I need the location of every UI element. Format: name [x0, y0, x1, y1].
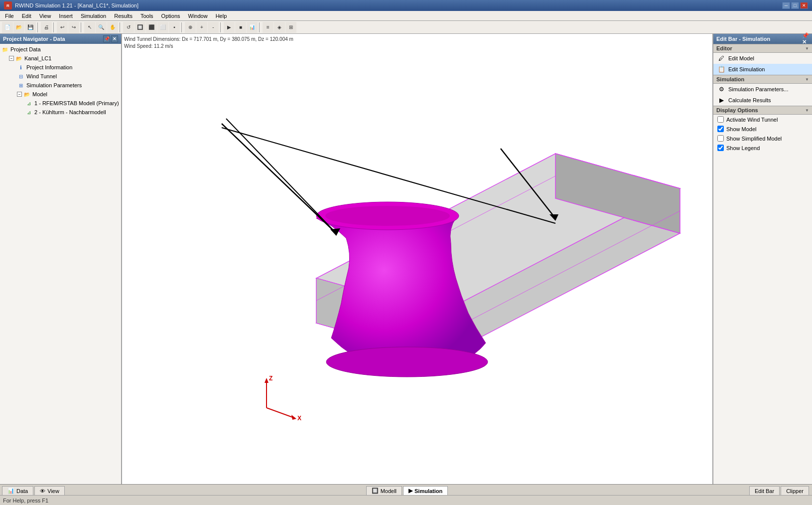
toolbar-render[interactable]: ▶: [224, 22, 235, 33]
expand-model[interactable]: −: [17, 92, 22, 97]
maximize-button[interactable]: □: [791, 2, 799, 9]
toolbar-viewfront[interactable]: ⬜: [157, 22, 168, 33]
menu-file[interactable]: File: [1, 12, 18, 20]
editbar-pin[interactable]: 📌: [802, 32, 809, 39]
info-line2: Wind Speed: 11.2 m/s: [124, 43, 293, 50]
tree-label: Model: [32, 91, 47, 97]
tree-model1[interactable]: ⊿ 1 - RFEM/RSTAB Modell (Primary): [1, 99, 120, 108]
menu-results[interactable]: Results: [110, 12, 136, 20]
section-arrow2: ▼: [805, 77, 809, 82]
app-icon: R: [4, 1, 12, 9]
editbar-header: Edit Bar - Simulation 📌 ✕: [713, 34, 812, 44]
tab-data-label: Data: [16, 488, 28, 494]
project-navigator: Project Navigator - Data 📌 ✕ 📁 Project D…: [0, 34, 122, 484]
checkbox-legend[interactable]: Show Legend: [713, 143, 812, 153]
toolbar-sep5: [181, 22, 183, 32]
toolbar-redo[interactable]: ↪: [68, 22, 79, 33]
sim-params-item[interactable]: ⚙ Simulation Parameters...: [713, 84, 812, 95]
menu-window[interactable]: Window: [184, 12, 212, 20]
tab-clipper[interactable]: Clipper: [781, 486, 809, 495]
svg-text:Z: Z: [269, 375, 272, 382]
window-controls: ─ □ ✕: [782, 2, 808, 9]
toolbar-open[interactable]: 📂: [13, 22, 24, 33]
tab-data[interactable]: 📊 Data: [2, 486, 33, 495]
toolbar-extra3[interactable]: ⊞: [285, 22, 296, 33]
toolbar-print[interactable]: 🖨: [41, 22, 52, 33]
calc-icon: ▶: [717, 96, 725, 104]
calc-results-item[interactable]: ▶ Calculate Results: [713, 95, 812, 106]
menu-simulation[interactable]: Simulation: [77, 12, 110, 20]
checkbox-show-model-input[interactable]: [717, 126, 724, 132]
checkbox-simplified-input[interactable]: [717, 135, 724, 142]
sim-params-label: Simulation Parameters...: [728, 86, 788, 92]
edit-sim-label: Edit Simulation: [728, 66, 765, 72]
toolbar-viewtop[interactable]: ⬛: [146, 22, 157, 33]
section-arrow: ▼: [805, 46, 809, 51]
tab-view[interactable]: 👁 View: [34, 486, 65, 495]
toolbar-zoomfit[interactable]: ⊕: [185, 22, 196, 33]
checkbox-show-model-label: Show Model: [726, 126, 757, 132]
tab-edit-bar[interactable]: Edit Bar: [749, 486, 780, 495]
toolbar-sep6: [220, 22, 222, 32]
toolbar-view3d[interactable]: 🔲: [135, 22, 145, 33]
toolbar-zoomout[interactable]: -: [208, 22, 219, 33]
edit-model-item[interactable]: 🖊 Edit Model: [713, 53, 812, 64]
tab-simulation-label: Simulation: [414, 488, 442, 494]
tree-label: Simulation Parameters: [26, 82, 82, 88]
nav-close[interactable]: ✕: [111, 35, 118, 42]
tab-simulation[interactable]: ▶ Simulation: [403, 486, 448, 495]
checkbox-legend-input[interactable]: [717, 145, 724, 151]
menu-options[interactable]: Options: [157, 12, 184, 20]
right-tabs: Edit Bar Clipper: [747, 485, 812, 495]
toolbar-extra2[interactable]: ◈: [274, 22, 285, 33]
tree-container: 📁 Project Data − 📂 Kanal_LC1 ℹ Project I…: [0, 44, 121, 484]
menu-view[interactable]: View: [35, 12, 55, 20]
menu-help[interactable]: Help: [212, 12, 231, 20]
expand-kanal[interactable]: −: [9, 56, 14, 61]
menu-edit[interactable]: Edit: [18, 12, 35, 20]
tree-project-info[interactable]: ℹ Project Information: [1, 63, 120, 72]
toolbar-zoom[interactable]: 🔍: [96, 22, 107, 33]
svg-text:X: X: [297, 415, 301, 422]
checkbox-wind-tunnel[interactable]: Activate Wind Tunnel: [713, 115, 812, 124]
section-display: Display Options ▼: [713, 106, 812, 115]
toolbar-rotate[interactable]: ↺: [123, 22, 134, 33]
tree-wind-tunnel[interactable]: ⊟ Wind Tunnel: [1, 72, 120, 81]
tree-model[interactable]: − 📂 Model: [1, 90, 120, 99]
toolbar-pan[interactable]: ✋: [107, 22, 118, 33]
toolbar-sep4: [120, 22, 122, 32]
checkbox-simplified-model[interactable]: Show Simplified Model: [713, 134, 812, 143]
toolbar-viewside[interactable]: ▪: [169, 22, 180, 33]
menu-tools[interactable]: Tools: [136, 12, 157, 20]
toolbar-new[interactable]: 📄: [2, 22, 13, 33]
toolbar-extra1[interactable]: ≡: [263, 22, 273, 33]
nav-pin[interactable]: 📌: [103, 35, 110, 42]
model2-icon: ⊿: [25, 108, 33, 116]
tree-project-data[interactable]: 📁 Project Data: [1, 45, 120, 54]
checkbox-wind-tunnel-input[interactable]: [717, 116, 724, 123]
toolbar-save[interactable]: 💾: [25, 22, 36, 33]
toolbar-select[interactable]: ↖: [84, 22, 95, 33]
edit-model-icon: 🖊: [717, 54, 725, 62]
toolbar-undo[interactable]: ↩: [57, 22, 68, 33]
toolbar-stop[interactable]: ■: [235, 22, 246, 33]
left-tabs: 📊 Data 👁 View: [0, 485, 68, 495]
tree-model2[interactable]: ⊿ 2 - Kühlturm - Nachbarmodell: [1, 108, 120, 117]
viewport[interactable]: Wind Tunnel Dimensions: Dx = 717.701 m, …: [122, 34, 712, 484]
toolbar-results[interactable]: 📊: [247, 22, 258, 33]
tree-kanal-lc1[interactable]: − 📂 Kanal_LC1: [1, 54, 120, 63]
edit-simulation-item[interactable]: 📋 Edit Simulation: [713, 64, 812, 75]
status-bar: For Help, press F1: [0, 495, 812, 505]
close-button[interactable]: ✕: [800, 2, 808, 9]
tree-sim-params[interactable]: ⊞ Simulation Parameters: [1, 81, 120, 90]
tab-modell[interactable]: 🔲 Modell: [366, 486, 402, 495]
info-icon: ℹ: [17, 63, 25, 71]
menu-insert[interactable]: Insert: [55, 12, 77, 20]
toolbar-zoomin[interactable]: +: [196, 22, 207, 33]
window-title: RWIND Simulation 1.21 - [Kanal_LC1*, Sim…: [15, 2, 138, 8]
minimize-button[interactable]: ─: [782, 2, 790, 9]
bottom-area: 📊 Data 👁 View 🔲 Modell ▶ Simulation Edit…: [0, 484, 812, 495]
viewport-svg: Z X: [122, 34, 712, 484]
edit-bar: Edit Bar - Simulation 📌 ✕ Editor ▼ 🖊 Edi…: [712, 34, 812, 484]
checkbox-show-model[interactable]: Show Model: [713, 124, 812, 134]
